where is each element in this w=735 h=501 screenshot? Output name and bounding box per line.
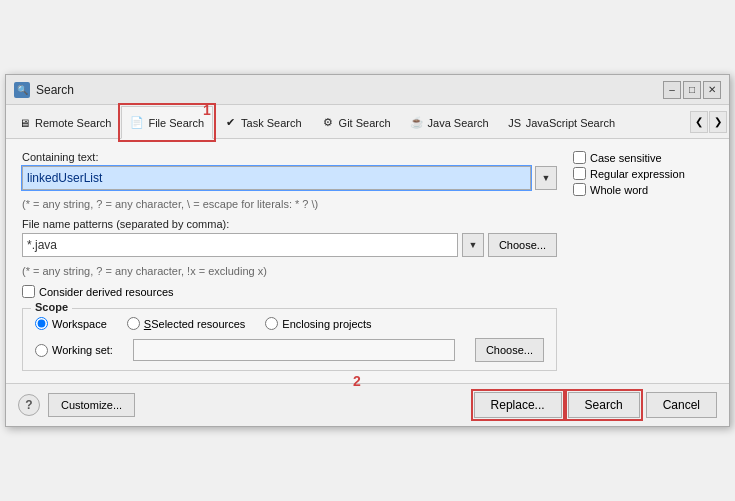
left-column: Containing text: ▼ (* = any string, ? = … [22, 151, 557, 371]
scope-group: Scope Workspace SSelected resources [22, 308, 557, 371]
tab-nav: ❮ ❯ [690, 105, 727, 138]
workspace-radio[interactable] [35, 317, 48, 330]
tab-git-search-label: Git Search [339, 117, 391, 129]
title-bar: 🔍 Search – □ ✕ [6, 75, 729, 105]
tab-java-search-label: Java Search [428, 117, 489, 129]
workspace-radio-item[interactable]: Workspace [35, 317, 107, 330]
consider-derived-checkbox[interactable] [22, 285, 35, 298]
case-sensitive-checkbox[interactable] [573, 151, 586, 164]
enclosing-projects-label: Enclosing projects [282, 318, 371, 330]
javascript-search-icon: JS [508, 116, 522, 130]
minimize-button[interactable]: – [663, 81, 681, 99]
selected-resources-radio[interactable] [127, 317, 140, 330]
choose-file-pattern-button[interactable]: Choose... [488, 233, 557, 257]
working-set-label: Working set: [52, 344, 113, 356]
enclosing-projects-radio-item[interactable]: Enclosing projects [265, 317, 371, 330]
file-pattern-row: ▼ Choose... [22, 233, 557, 257]
consider-derived-item[interactable]: Consider derived resources [22, 285, 557, 298]
bottom-bar: ? Customize... Replace... Search Cancel [6, 383, 729, 426]
regular-expression-item[interactable]: Regular expression [573, 167, 713, 180]
tab-remote-search[interactable]: 🖥 Remote Search [8, 106, 120, 139]
task-search-icon: ✔ [223, 116, 237, 130]
whole-word-checkbox[interactable] [573, 183, 586, 196]
tab-bar: 🖥 Remote Search 📄 File Search ✔ Task Sea… [6, 105, 729, 139]
file-pattern-label: File name patterns (separated by comma): [22, 218, 557, 230]
java-search-icon: ☕ [410, 116, 424, 130]
cancel-button[interactable]: Cancel [646, 392, 717, 418]
whole-word-label: Whole word [590, 184, 648, 196]
containing-text-row: ▼ [22, 166, 557, 190]
right-column: Case sensitive Regular expression Whole … [573, 151, 713, 196]
regular-expression-label: Regular expression [590, 168, 685, 180]
window-controls: – □ ✕ [663, 81, 721, 99]
case-sensitive-item[interactable]: Case sensitive [573, 151, 713, 164]
working-set-radio[interactable] [35, 344, 48, 357]
tab-next-button[interactable]: ❯ [709, 111, 727, 133]
consider-derived-label: Consider derived resources [39, 286, 174, 298]
file-pattern-group: File name patterns (separated by comma):… [22, 218, 557, 257]
search-options: Case sensitive Regular expression Whole … [573, 151, 713, 196]
file-pattern-hint: (* = any string, ? = any character, !x =… [22, 265, 557, 277]
enclosing-projects-radio[interactable] [265, 317, 278, 330]
tab-file-search[interactable]: 📄 File Search [121, 106, 213, 139]
replace-button[interactable]: Replace... [474, 392, 562, 418]
maximize-button[interactable]: □ [683, 81, 701, 99]
scope-row-2: Working set: Choose... [35, 338, 544, 362]
containing-text-hint: (* = any string, ? = any character, \ = … [22, 198, 557, 210]
tab-task-search[interactable]: ✔ Task Search [214, 106, 311, 139]
help-button[interactable]: ? [18, 394, 40, 416]
search-dialog: 🔍 Search – □ ✕ 🖥 Remote Search 📄 File Se… [5, 74, 730, 427]
file-pattern-input[interactable] [22, 233, 458, 257]
scope-row-1: Workspace SSelected resources Enclosing … [35, 317, 544, 330]
whole-word-item[interactable]: Whole word [573, 183, 713, 196]
window-title: Search [36, 83, 74, 97]
tab-javascript-search[interactable]: JS JavaScript Search [499, 106, 624, 139]
containing-text-dropdown[interactable]: ▼ [535, 166, 557, 190]
regular-expression-checkbox[interactable] [573, 167, 586, 180]
working-set-input[interactable] [133, 339, 455, 361]
tab-task-search-label: Task Search [241, 117, 302, 129]
customize-button[interactable]: Customize... [48, 393, 135, 417]
search-button[interactable]: Search [568, 392, 640, 418]
title-bar-left: 🔍 Search [14, 82, 74, 98]
containing-text-group: Containing text: ▼ [22, 151, 557, 190]
working-set-radio-item[interactable]: Working set: [35, 344, 113, 357]
choose-working-set-button[interactable]: Choose... [475, 338, 544, 362]
file-pattern-dropdown[interactable]: ▼ [462, 233, 484, 257]
file-search-icon: 📄 [130, 116, 144, 130]
bottom-right: Replace... Search Cancel [474, 392, 717, 418]
tab-prev-button[interactable]: ❮ [690, 111, 708, 133]
selected-resources-label: SSelected resources [144, 318, 246, 330]
tab-javascript-search-label: JavaScript Search [526, 117, 615, 129]
bottom-left: ? Customize... [18, 393, 135, 417]
selected-resources-radio-item[interactable]: SSelected resources [127, 317, 246, 330]
scope-legend: Scope [31, 301, 72, 313]
close-button[interactable]: ✕ [703, 81, 721, 99]
containing-text-label: Containing text: [22, 151, 557, 163]
tab-file-search-label: File Search [148, 117, 204, 129]
containing-text-input[interactable] [22, 166, 531, 190]
case-sensitive-label: Case sensitive [590, 152, 662, 164]
main-form: Containing text: ▼ (* = any string, ? = … [22, 151, 713, 371]
dialog-content: Containing text: ▼ (* = any string, ? = … [6, 139, 729, 383]
tab-git-search[interactable]: ⚙ Git Search [312, 106, 400, 139]
git-search-icon: ⚙ [321, 116, 335, 130]
window-icon: 🔍 [14, 82, 30, 98]
tab-java-search[interactable]: ☕ Java Search [401, 106, 498, 139]
tab-remote-search-label: Remote Search [35, 117, 111, 129]
remote-search-icon: 🖥 [17, 116, 31, 130]
workspace-label: Workspace [52, 318, 107, 330]
